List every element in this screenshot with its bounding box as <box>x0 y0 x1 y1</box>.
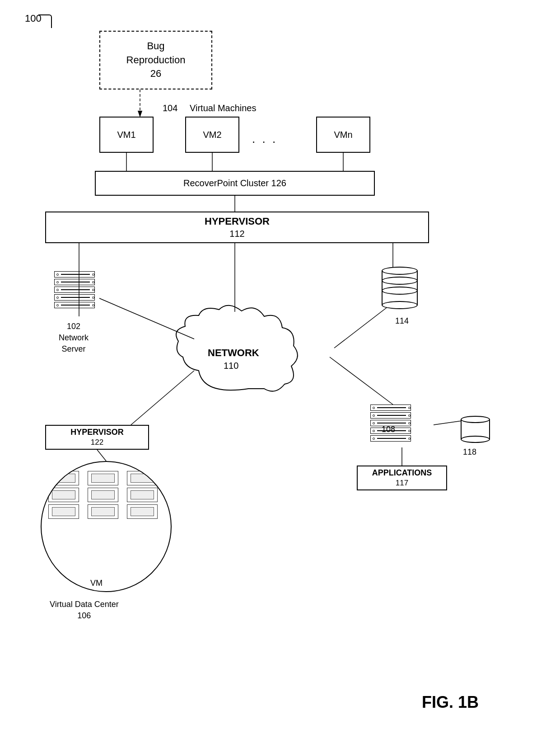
svg-line-12 <box>131 371 194 425</box>
vdc-vm-label: VM <box>90 579 103 588</box>
applications-number: 117 <box>396 478 408 488</box>
network-label: NETWORK <box>208 347 259 359</box>
hypervisor2-label: HYPERVISOR <box>70 427 124 438</box>
bug-line3: 26 <box>150 67 161 81</box>
hypervisor1-label: HYPERVISOR <box>205 215 270 228</box>
storage-118-icon <box>461 416 492 452</box>
vdc-vm-7 <box>48 504 79 519</box>
vm-number: 104 <box>163 103 177 113</box>
diagram: 100 Bug Reproduction 26 104 Virtual Mach… <box>0 0 560 748</box>
server-102-label: 102 NetworkServer <box>59 321 89 355</box>
server-102-text: NetworkServer <box>59 333 89 353</box>
vdc-circle <box>41 461 172 592</box>
bracket-100 <box>38 14 52 28</box>
applications-label: APPLICATIONS <box>372 468 432 478</box>
hypervisor2-box: HYPERVISOR 122 <box>45 425 149 450</box>
svg-line-9 <box>99 298 194 339</box>
storage-118-label: 118 <box>463 447 476 457</box>
hypervisor2-number: 122 <box>91 438 103 447</box>
vdc-vm-5 <box>88 488 118 502</box>
server-102-number: 102 <box>67 322 80 331</box>
vdc-vm-2 <box>88 471 118 485</box>
diagram-lines <box>0 0 560 748</box>
figure-label: FIG. 1B <box>422 693 479 712</box>
bug-line2: Reproduction <box>126 53 186 67</box>
vdc-text: Virtual Data Center <box>50 600 119 609</box>
vm-dots: . . . <box>252 132 277 146</box>
rp-cluster-box: RecoverPoint Cluster 126 <box>95 171 375 196</box>
vdc-vm-8 <box>88 504 118 519</box>
applications-box: APPLICATIONS 117 <box>357 466 447 490</box>
server-102-icon <box>54 271 99 316</box>
vdc-label: Virtual Data Center 106 <box>50 599 119 621</box>
vdc-vm-1 <box>48 471 79 485</box>
vdc-vm-9 <box>127 504 158 519</box>
bug-line1: Bug <box>147 39 164 53</box>
vm-section-label: Virtual Machines <box>190 103 256 113</box>
storage-114-icon <box>379 267 420 319</box>
hypervisor1-box: HYPERVISOR 112 <box>45 212 429 243</box>
vdc-vm-3 <box>127 471 158 485</box>
vm2-box: VM2 <box>185 117 239 153</box>
hypervisor1-number: 112 <box>229 228 244 240</box>
server-108-label: 108 <box>382 425 395 434</box>
network-number: 110 <box>224 361 238 371</box>
vdc-vm-4 <box>48 488 79 502</box>
svg-line-11 <box>330 357 393 405</box>
rp-cluster-label: RecoverPoint Cluster 126 <box>183 178 286 188</box>
vdc-vm-6 <box>127 488 158 502</box>
bug-reproduction-box: Bug Reproduction 26 <box>99 31 212 89</box>
storage-114-label: 114 <box>395 316 409 326</box>
svg-line-15 <box>97 450 106 461</box>
vdc-number: 106 <box>77 611 91 620</box>
vdc-vm-grid <box>42 462 171 528</box>
vmn-box: VMn <box>316 117 370 153</box>
vm1-box: VM1 <box>99 117 154 153</box>
